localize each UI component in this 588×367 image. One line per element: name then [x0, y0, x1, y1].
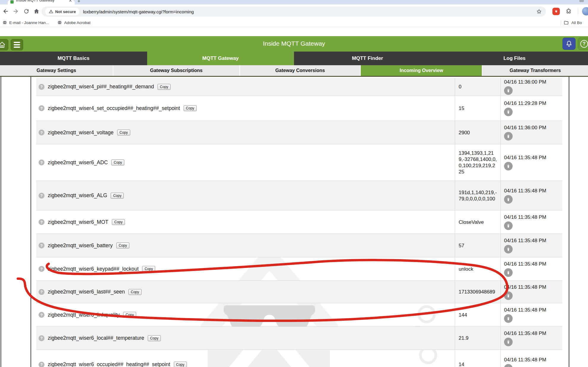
- delete-button[interactable]: [504, 195, 513, 204]
- copy-button[interactable]: Copy: [158, 84, 171, 90]
- value-cell: 14: [455, 350, 500, 367]
- help-bubble-icon[interactable]: ?: [39, 312, 45, 318]
- delete-button[interactable]: [504, 132, 513, 141]
- copy-button[interactable]: Copy: [111, 193, 124, 199]
- sub-nav-tab[interactable]: Gateway Conversions: [240, 65, 360, 76]
- topic-cell: ? zigbee2mqtt_wiser6_ALG Copy: [36, 181, 455, 210]
- value-cell: 57: [455, 234, 500, 257]
- notifications-button[interactable]: [562, 38, 576, 50]
- sub-nav-tab-label: Gateway Subscriptions: [150, 68, 203, 73]
- help-bubble-icon[interactable]: ?: [39, 242, 45, 248]
- url-text[interactable]: loxberry/admin/system/mqtt-gateway.cgi?f…: [83, 9, 194, 14]
- copy-button[interactable]: Copy: [111, 159, 124, 165]
- nav-tab[interactable]: MQTT Finder: [294, 52, 441, 65]
- timestamp-label: 04/16 11:35:48 PM: [504, 357, 546, 363]
- topic-label: zigbee2mqtt_wiser4_set_occupied##_heatin…: [48, 105, 180, 111]
- delete-button[interactable]: [504, 268, 513, 277]
- warning-icon: [49, 9, 53, 14]
- value-cell: 144: [455, 303, 500, 326]
- sub-nav-tab[interactable]: Gateway Subscriptions: [113, 65, 239, 76]
- copy-button[interactable]: Copy: [116, 242, 129, 248]
- browser-tab[interactable]: Inside MQTT Gateway ✕: [8, 0, 75, 4]
- all-bookmarks-button[interactable]: All Bo: [561, 18, 588, 27]
- sub-nav-tab[interactable]: Gateway Settings: [0, 65, 113, 76]
- nav-tab[interactable]: MQTT Gateway: [147, 52, 294, 65]
- toolbar-divider: [578, 8, 578, 15]
- bookmarks-divider: [561, 20, 561, 25]
- bookmark-star-icon[interactable]: [536, 8, 542, 15]
- security-chip[interactable]: Not secure: [45, 8, 80, 15]
- timestamp-cell: 04/16 11:36:00 PM: [500, 121, 562, 144]
- trash-icon: [506, 339, 511, 344]
- table-row: ? zigbee2mqtt_wiser4_voltage Copy 2900 0…: [36, 121, 562, 144]
- copy-button[interactable]: Copy: [174, 362, 187, 367]
- nav-tab-label: Log Files: [503, 55, 526, 61]
- help-bubble-icon[interactable]: ?: [39, 219, 45, 225]
- timestamp-label: 04/16 11:35:48 PM: [504, 307, 546, 313]
- timestamp-label: 04/16 11:35:48 PM: [504, 261, 546, 267]
- copy-button[interactable]: Copy: [148, 335, 161, 341]
- forward-icon[interactable]: [12, 8, 19, 15]
- delete-button[interactable]: [504, 364, 513, 367]
- sub-nav-tab[interactable]: Gateway Transformers: [482, 65, 588, 76]
- help-bubble-icon[interactable]: ?: [39, 159, 45, 165]
- nav-tab-label: MQTT Finder: [352, 55, 383, 61]
- delete-button[interactable]: [504, 245, 513, 253]
- help-bubble-icon[interactable]: ?: [39, 193, 45, 199]
- help-bubble-icon[interactable]: ?: [39, 335, 45, 341]
- extensions-puzzle-icon[interactable]: [565, 8, 572, 15]
- delete-button[interactable]: [504, 86, 513, 95]
- bookmark-item[interactable]: Adobe Acrobat: [57, 20, 90, 25]
- copy-button[interactable]: Copy: [184, 105, 197, 111]
- profile-avatar[interactable]: [582, 7, 588, 15]
- trash-icon: [506, 109, 511, 114]
- topic-label: zigbee2mqtt_wiser6_keypad##_lockout: [48, 266, 139, 272]
- delete-button[interactable]: [504, 221, 513, 230]
- copy-button[interactable]: Copy: [123, 312, 136, 318]
- value-cell: 2900: [455, 121, 500, 144]
- timestamp-label: 04/16 11:35:48 PM: [504, 237, 546, 244]
- sub-nav-tab[interactable]: Incoming Overview: [361, 65, 482, 76]
- address-bar[interactable]: Not secure loxberry/admin/system/mqtt-ga…: [42, 7, 546, 17]
- delete-button[interactable]: [504, 314, 513, 323]
- copy-button[interactable]: Copy: [142, 266, 155, 272]
- timestamp-label: 04/16 11:35:48 PM: [504, 188, 546, 194]
- trash-icon: [506, 164, 511, 169]
- table-border-right: [569, 77, 569, 367]
- help-bubble-icon[interactable]: ?: [39, 266, 45, 272]
- delete-button[interactable]: [504, 338, 513, 346]
- back-icon[interactable]: [2, 8, 9, 15]
- adblock-extension-icon[interactable]: [552, 8, 560, 15]
- bookmark-item[interactable]: E-mail - Joanne Han...: [2, 20, 49, 25]
- copy-button[interactable]: Copy: [117, 130, 130, 135]
- table-row: ? zigbee2mqtt_wiser6_MOT Copy CloseValve…: [36, 210, 562, 234]
- delete-button[interactable]: [504, 291, 513, 300]
- topic-label: zigbee2mqtt_wiser6_ADC: [48, 159, 108, 166]
- help-button[interactable]: ?: [578, 38, 588, 50]
- page-title: Inside MQTT Gateway: [0, 40, 588, 47]
- bell-icon: [565, 40, 573, 48]
- help-bubble-icon[interactable]: ?: [39, 84, 45, 90]
- all-bookmarks-label: All Bo: [571, 20, 582, 25]
- topic-label: zigbee2mqtt_wiser6_occupied##_heating##_…: [48, 361, 170, 367]
- new-tab-icon[interactable]: +: [77, 0, 80, 4]
- delete-button[interactable]: [504, 108, 513, 116]
- copy-button[interactable]: Copy: [128, 289, 142, 295]
- browser-window: Inside MQTT Gateway ✕ + Not secure loxbe…: [0, 0, 588, 367]
- delete-button[interactable]: [504, 162, 513, 170]
- tab-close-icon[interactable]: ✕: [69, 0, 72, 3]
- timestamp-cell: 04/16 11:35:48 PM: [500, 281, 562, 303]
- home-icon[interactable]: [33, 8, 40, 15]
- nav-tab[interactable]: MQTT Basics: [0, 52, 147, 65]
- nav-tab[interactable]: Log Files: [441, 52, 588, 65]
- copy-button[interactable]: Copy: [112, 219, 125, 225]
- help-bubble-icon[interactable]: ?: [39, 289, 45, 295]
- reload-icon[interactable]: [23, 8, 30, 15]
- nav-tab-label: MQTT Gateway: [202, 55, 239, 61]
- help-bubble-icon[interactable]: ?: [39, 130, 45, 135]
- window-control-icon[interactable]: [579, 0, 584, 2]
- help-bubble-icon[interactable]: ?: [39, 105, 45, 111]
- timestamp-cell: 04/16 11:35:48 PM: [500, 303, 562, 326]
- help-bubble-icon[interactable]: ?: [39, 362, 45, 367]
- help-icon: ?: [580, 40, 588, 48]
